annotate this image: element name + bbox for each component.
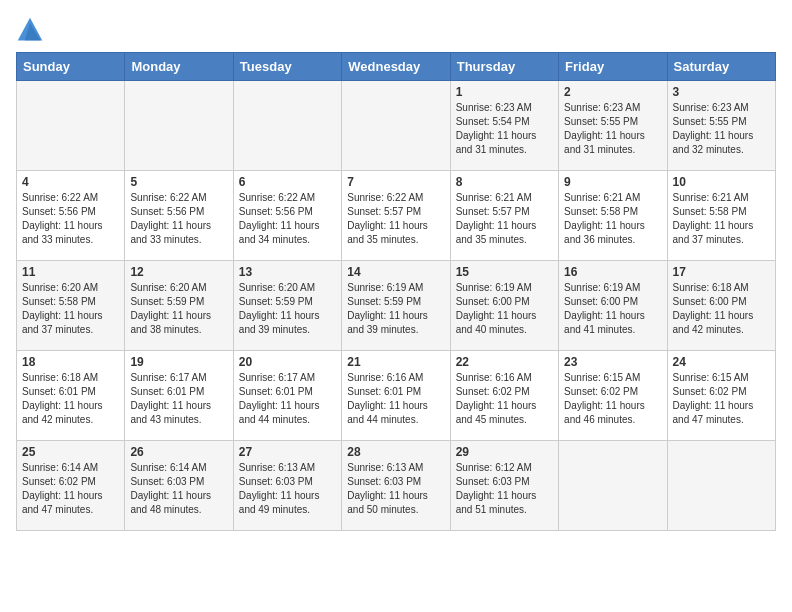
col-header-friday: Friday	[559, 53, 667, 81]
day-info: Sunrise: 6:14 AM Sunset: 6:02 PM Dayligh…	[22, 461, 119, 517]
day-number: 19	[130, 355, 227, 369]
calendar-header-row: SundayMondayTuesdayWednesdayThursdayFrid…	[17, 53, 776, 81]
day-info: Sunrise: 6:22 AM Sunset: 5:56 PM Dayligh…	[130, 191, 227, 247]
col-header-sunday: Sunday	[17, 53, 125, 81]
day-number: 6	[239, 175, 336, 189]
calendar-cell: 26Sunrise: 6:14 AM Sunset: 6:03 PM Dayli…	[125, 441, 233, 531]
calendar-cell: 23Sunrise: 6:15 AM Sunset: 6:02 PM Dayli…	[559, 351, 667, 441]
day-number: 28	[347, 445, 444, 459]
col-header-tuesday: Tuesday	[233, 53, 341, 81]
day-number: 1	[456, 85, 553, 99]
day-number: 12	[130, 265, 227, 279]
calendar-cell: 22Sunrise: 6:16 AM Sunset: 6:02 PM Dayli…	[450, 351, 558, 441]
calendar-cell: 12Sunrise: 6:20 AM Sunset: 5:59 PM Dayli…	[125, 261, 233, 351]
calendar-week-row: 11Sunrise: 6:20 AM Sunset: 5:58 PM Dayli…	[17, 261, 776, 351]
day-info: Sunrise: 6:19 AM Sunset: 5:59 PM Dayligh…	[347, 281, 444, 337]
day-info: Sunrise: 6:13 AM Sunset: 6:03 PM Dayligh…	[347, 461, 444, 517]
calendar-week-row: 25Sunrise: 6:14 AM Sunset: 6:02 PM Dayli…	[17, 441, 776, 531]
calendar-cell: 15Sunrise: 6:19 AM Sunset: 6:00 PM Dayli…	[450, 261, 558, 351]
calendar-cell	[233, 81, 341, 171]
day-info: Sunrise: 6:15 AM Sunset: 6:02 PM Dayligh…	[564, 371, 661, 427]
calendar-cell	[125, 81, 233, 171]
day-info: Sunrise: 6:22 AM Sunset: 5:56 PM Dayligh…	[239, 191, 336, 247]
calendar-cell: 27Sunrise: 6:13 AM Sunset: 6:03 PM Dayli…	[233, 441, 341, 531]
calendar-cell	[17, 81, 125, 171]
calendar-cell: 28Sunrise: 6:13 AM Sunset: 6:03 PM Dayli…	[342, 441, 450, 531]
day-info: Sunrise: 6:19 AM Sunset: 6:00 PM Dayligh…	[456, 281, 553, 337]
day-number: 24	[673, 355, 770, 369]
day-info: Sunrise: 6:13 AM Sunset: 6:03 PM Dayligh…	[239, 461, 336, 517]
day-info: Sunrise: 6:21 AM Sunset: 5:58 PM Dayligh…	[564, 191, 661, 247]
calendar-cell: 11Sunrise: 6:20 AM Sunset: 5:58 PM Dayli…	[17, 261, 125, 351]
logo	[16, 16, 48, 44]
day-info: Sunrise: 6:23 AM Sunset: 5:55 PM Dayligh…	[564, 101, 661, 157]
calendar-cell: 2Sunrise: 6:23 AM Sunset: 5:55 PM Daylig…	[559, 81, 667, 171]
calendar-cell	[667, 441, 775, 531]
day-info: Sunrise: 6:20 AM Sunset: 5:59 PM Dayligh…	[239, 281, 336, 337]
calendar-cell: 4Sunrise: 6:22 AM Sunset: 5:56 PM Daylig…	[17, 171, 125, 261]
calendar-cell: 10Sunrise: 6:21 AM Sunset: 5:58 PM Dayli…	[667, 171, 775, 261]
calendar-cell: 18Sunrise: 6:18 AM Sunset: 6:01 PM Dayli…	[17, 351, 125, 441]
col-header-thursday: Thursday	[450, 53, 558, 81]
calendar-week-row: 4Sunrise: 6:22 AM Sunset: 5:56 PM Daylig…	[17, 171, 776, 261]
calendar-cell: 1Sunrise: 6:23 AM Sunset: 5:54 PM Daylig…	[450, 81, 558, 171]
calendar-cell: 17Sunrise: 6:18 AM Sunset: 6:00 PM Dayli…	[667, 261, 775, 351]
day-info: Sunrise: 6:16 AM Sunset: 6:02 PM Dayligh…	[456, 371, 553, 427]
day-info: Sunrise: 6:14 AM Sunset: 6:03 PM Dayligh…	[130, 461, 227, 517]
day-info: Sunrise: 6:21 AM Sunset: 5:58 PM Dayligh…	[673, 191, 770, 247]
calendar-cell: 13Sunrise: 6:20 AM Sunset: 5:59 PM Dayli…	[233, 261, 341, 351]
day-number: 15	[456, 265, 553, 279]
day-number: 7	[347, 175, 444, 189]
day-number: 27	[239, 445, 336, 459]
day-number: 17	[673, 265, 770, 279]
day-info: Sunrise: 6:22 AM Sunset: 5:57 PM Dayligh…	[347, 191, 444, 247]
day-info: Sunrise: 6:18 AM Sunset: 6:01 PM Dayligh…	[22, 371, 119, 427]
calendar-cell: 6Sunrise: 6:22 AM Sunset: 5:56 PM Daylig…	[233, 171, 341, 261]
calendar-cell	[559, 441, 667, 531]
day-number: 5	[130, 175, 227, 189]
day-info: Sunrise: 6:20 AM Sunset: 5:58 PM Dayligh…	[22, 281, 119, 337]
day-number: 9	[564, 175, 661, 189]
day-info: Sunrise: 6:20 AM Sunset: 5:59 PM Dayligh…	[130, 281, 227, 337]
day-number: 16	[564, 265, 661, 279]
day-info: Sunrise: 6:18 AM Sunset: 6:00 PM Dayligh…	[673, 281, 770, 337]
day-number: 11	[22, 265, 119, 279]
day-number: 23	[564, 355, 661, 369]
calendar-cell: 8Sunrise: 6:21 AM Sunset: 5:57 PM Daylig…	[450, 171, 558, 261]
calendar-cell: 7Sunrise: 6:22 AM Sunset: 5:57 PM Daylig…	[342, 171, 450, 261]
calendar-cell: 24Sunrise: 6:15 AM Sunset: 6:02 PM Dayli…	[667, 351, 775, 441]
day-info: Sunrise: 6:21 AM Sunset: 5:57 PM Dayligh…	[456, 191, 553, 247]
day-number: 26	[130, 445, 227, 459]
day-number: 18	[22, 355, 119, 369]
calendar-cell: 3Sunrise: 6:23 AM Sunset: 5:55 PM Daylig…	[667, 81, 775, 171]
day-info: Sunrise: 6:22 AM Sunset: 5:56 PM Dayligh…	[22, 191, 119, 247]
col-header-monday: Monday	[125, 53, 233, 81]
day-number: 29	[456, 445, 553, 459]
day-number: 10	[673, 175, 770, 189]
calendar-week-row: 18Sunrise: 6:18 AM Sunset: 6:01 PM Dayli…	[17, 351, 776, 441]
calendar-cell	[342, 81, 450, 171]
calendar-cell: 20Sunrise: 6:17 AM Sunset: 6:01 PM Dayli…	[233, 351, 341, 441]
day-number: 14	[347, 265, 444, 279]
col-header-wednesday: Wednesday	[342, 53, 450, 81]
calendar-cell: 25Sunrise: 6:14 AM Sunset: 6:02 PM Dayli…	[17, 441, 125, 531]
day-info: Sunrise: 6:17 AM Sunset: 6:01 PM Dayligh…	[239, 371, 336, 427]
calendar-table: SundayMondayTuesdayWednesdayThursdayFrid…	[16, 52, 776, 531]
calendar-cell: 29Sunrise: 6:12 AM Sunset: 6:03 PM Dayli…	[450, 441, 558, 531]
calendar-cell: 16Sunrise: 6:19 AM Sunset: 6:00 PM Dayli…	[559, 261, 667, 351]
day-info: Sunrise: 6:19 AM Sunset: 6:00 PM Dayligh…	[564, 281, 661, 337]
day-number: 25	[22, 445, 119, 459]
day-number: 4	[22, 175, 119, 189]
day-number: 20	[239, 355, 336, 369]
col-header-saturday: Saturday	[667, 53, 775, 81]
calendar-cell: 5Sunrise: 6:22 AM Sunset: 5:56 PM Daylig…	[125, 171, 233, 261]
day-info: Sunrise: 6:15 AM Sunset: 6:02 PM Dayligh…	[673, 371, 770, 427]
day-number: 21	[347, 355, 444, 369]
calendar-cell: 9Sunrise: 6:21 AM Sunset: 5:58 PM Daylig…	[559, 171, 667, 261]
day-number: 3	[673, 85, 770, 99]
day-number: 2	[564, 85, 661, 99]
day-number: 8	[456, 175, 553, 189]
day-info: Sunrise: 6:23 AM Sunset: 5:54 PM Dayligh…	[456, 101, 553, 157]
day-number: 13	[239, 265, 336, 279]
day-info: Sunrise: 6:23 AM Sunset: 5:55 PM Dayligh…	[673, 101, 770, 157]
